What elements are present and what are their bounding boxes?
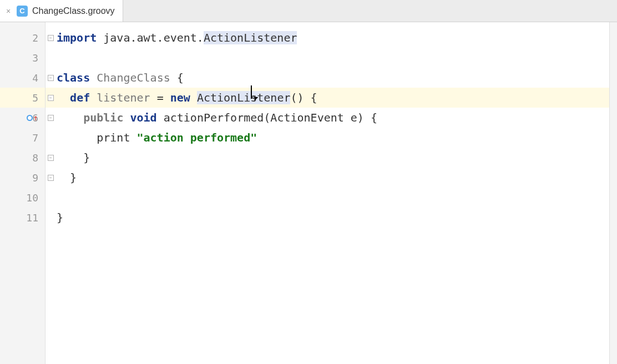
code-line[interactable]: } bbox=[55, 168, 609, 188]
line-number[interactable]: 3 bbox=[0, 48, 45, 68]
close-icon[interactable]: × bbox=[4, 7, 12, 16]
code-line[interactable] bbox=[55, 188, 609, 208]
line-number[interactable]: 11 bbox=[0, 208, 45, 228]
line-number[interactable]: 10 bbox=[0, 188, 45, 208]
line-number[interactable]: ↑ 6 bbox=[0, 108, 45, 128]
editor-tab[interactable]: × C ChangeClass.groovy bbox=[0, 0, 123, 22]
override-marker-icon[interactable]: ↑ bbox=[27, 114, 38, 122]
fold-handle-icon[interactable]: − bbox=[48, 95, 54, 101]
code-line[interactable]: import java.awt.event.ActionListener bbox=[55, 28, 609, 48]
tab-filename: ChangeClass.groovy bbox=[32, 6, 115, 16]
fold-handle-icon[interactable]: − bbox=[48, 75, 54, 81]
line-number-gutter[interactable]: 2 3 4 5 ↑ 6 7 8 9 10 11 bbox=[0, 22, 45, 364]
fold-handle-icon[interactable]: − bbox=[48, 115, 54, 121]
code-editor[interactable]: 2 3 4 5 ↑ 6 7 8 9 10 11 − − − − − − impo… bbox=[0, 22, 617, 364]
code-line[interactable]: print "action performed" bbox=[55, 128, 609, 148]
line-number[interactable]: 7 bbox=[0, 128, 45, 148]
code-line[interactable]: public void actionPerformed(ActionEvent … bbox=[55, 108, 609, 128]
code-line[interactable]: } bbox=[55, 148, 609, 168]
fold-handle-icon[interactable]: − bbox=[48, 155, 54, 161]
text-caret bbox=[251, 85, 252, 99]
tab-bar: × C ChangeClass.groovy bbox=[0, 0, 617, 22]
code-line[interactable]: } bbox=[55, 208, 609, 228]
fold-column: − − − − − − bbox=[45, 22, 55, 364]
usage-highlight: ActionListener bbox=[204, 31, 297, 44]
code-line[interactable] bbox=[55, 48, 609, 68]
line-number[interactable]: 4 bbox=[0, 68, 45, 88]
line-number[interactable]: 8 bbox=[0, 148, 45, 168]
fold-handle-icon[interactable]: − bbox=[48, 175, 54, 181]
line-number[interactable]: 2 bbox=[0, 28, 45, 48]
code-line[interactable]: class ChangeClass { bbox=[55, 68, 609, 88]
fold-handle-icon[interactable]: − bbox=[48, 35, 54, 41]
error-stripe[interactable] bbox=[609, 22, 617, 364]
line-number[interactable]: 9 bbox=[0, 168, 45, 188]
file-type-icon: C bbox=[17, 6, 28, 17]
usage-highlight: ActionListener bbox=[197, 91, 291, 104]
code-area[interactable]: import java.awt.event.ActionListener cla… bbox=[55, 22, 609, 364]
code-line[interactable]: def listener = new ActionListener() { bbox=[55, 88, 609, 108]
line-number[interactable]: 5 bbox=[0, 88, 45, 108]
